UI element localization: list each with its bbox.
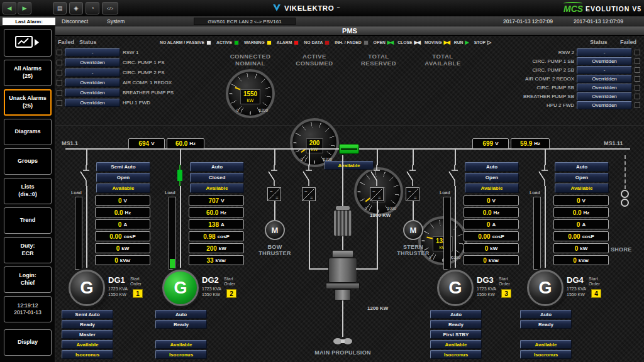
dg2-ready-button[interactable]: Ready [155, 320, 207, 329]
dg1-master-button[interactable]: Master [62, 330, 113, 339]
dg1-breaker-open-icon[interactable] [79, 165, 93, 186]
status-button[interactable]: - [577, 66, 632, 74]
busbar-label-left: MS1.1 [62, 140, 78, 146]
alarm-silence-button[interactable]: ◈ [69, 2, 83, 14]
dg3-availability-button[interactable]: Available [465, 184, 519, 193]
dg4-ready-button[interactable]: Ready [520, 320, 572, 329]
legend-moving-breaker-icon: ▶◀ [443, 40, 448, 45]
menu-disconnect[interactable]: Disconnect [62, 18, 88, 25]
dg1-mode-button[interactable]: Semi Auto [96, 162, 150, 172]
status-row: OverriddenHPU 1 FWD [57, 99, 150, 107]
dg2-mode-button[interactable]: Auto [190, 162, 244, 172]
failed-checkbox[interactable] [635, 67, 640, 73]
dg3-first-stby-button[interactable]: First STBY [430, 330, 482, 339]
dg3-isocronus-button[interactable]: Isocronus [430, 350, 482, 359]
dg1-breaker-button[interactable]: Open [96, 173, 150, 182]
sidebar-item-unack-alarms[interactable]: Unack Alarms(25) [4, 89, 52, 116]
dg4-mode-button[interactable]: Auto [555, 162, 609, 172]
status-button[interactable]: Overridden [577, 75, 632, 83]
dg2-breaker-closed-icon[interactable] [173, 165, 187, 186]
status-button[interactable]: - [577, 48, 632, 57]
dg2-available-button[interactable]: Available [155, 340, 207, 349]
failed-checkbox[interactable] [635, 102, 640, 108]
feeder-drop-line [309, 201, 310, 269]
sidebar-item-duty[interactable]: Duty:ECR [4, 237, 52, 263]
failed-checkbox[interactable] [57, 50, 62, 55]
failed-checkbox[interactable] [57, 70, 62, 75]
dg1-ready-button[interactable]: Ready [62, 320, 113, 329]
menu-system[interactable]: System [107, 18, 125, 25]
status-button[interactable]: Overridden [577, 101, 632, 109]
status-button[interactable]: - [65, 69, 120, 77]
dg3-feeder-line [455, 150, 456, 165]
dg4-breaker-open-icon[interactable] [538, 165, 552, 186]
failed-checkbox[interactable] [635, 50, 640, 55]
forward-button[interactable]: ▶ [18, 2, 31, 14]
sidebar-item-display[interactable]: Display [4, 329, 52, 356]
dg4-generator-symbol[interactable]: G [527, 270, 564, 306]
alarm-display-button[interactable] [4, 29, 52, 57]
bus-voltage-right: 699V [472, 138, 509, 149]
bow-breaker-icon[interactable] [267, 165, 281, 186]
dg3-voltage-readout: 0V [464, 195, 519, 206]
sidebar-item-login[interactable]: Login:Chief [4, 266, 52, 293]
status-button[interactable]: Overridden [577, 57, 632, 65]
status-button[interactable]: Overridden [65, 58, 120, 67]
last-alarm-chip[interactable]: Last Alarm: [3, 18, 55, 25]
status-button[interactable]: Overridden [577, 84, 632, 92]
svg-text:=: = [310, 195, 313, 200]
dg4-available-button[interactable]: Available [520, 340, 572, 349]
sidebar-item-groups[interactable]: Groups [4, 148, 52, 175]
failed-checkbox[interactable] [635, 58, 640, 64]
dg3-breaker-button[interactable]: Open [465, 173, 519, 182]
dg1-generator-symbol[interactable]: G [69, 270, 105, 306]
dg3-available-button[interactable]: Available [430, 340, 482, 349]
bus-tie-breaker-closed[interactable] [339, 144, 359, 154]
sidebar-item-all-alarms[interactable]: All Alarms(25) [4, 60, 52, 86]
dg4-breaker-button[interactable]: Open [555, 173, 609, 182]
status-button[interactable]: Overridden [577, 92, 632, 101]
dg1-mode-status-button[interactable]: Semi Auto [62, 310, 113, 319]
stern-breaker-icon[interactable] [406, 165, 419, 186]
stern-thruster-motor-symbol[interactable]: M [403, 220, 423, 240]
dg1-cosphi-readout: 0.00cosP [95, 231, 150, 241]
failed-checkbox[interactable] [635, 94, 640, 99]
report-button[interactable]: ▤ [53, 2, 67, 14]
bus-tie-status-button[interactable]: Available [325, 161, 374, 170]
dg2-generator-symbol-running[interactable]: G [162, 270, 199, 306]
sidebar-item-lists[interactable]: Lists(dis.:0) [4, 178, 52, 204]
dg3-generator-symbol[interactable]: G [437, 270, 474, 306]
dg4-mode-status-button[interactable]: Auto [520, 310, 572, 319]
code-button[interactable]: </> [102, 2, 118, 14]
dg2-availability-button[interactable]: Available [190, 184, 244, 193]
dg3-breaker-open-icon[interactable] [448, 165, 462, 186]
back-button[interactable]: ◀ [3, 2, 16, 14]
dg1-isocronus-button[interactable]: Isocronus [62, 350, 113, 359]
status-button[interactable]: Overridden [65, 89, 120, 97]
trend-dial-button[interactable]: ◔ [86, 2, 99, 14]
failed-checkbox[interactable] [57, 80, 62, 85]
dg4-availability-button[interactable]: Available [555, 184, 609, 193]
dg1-availability-button[interactable]: Available [96, 184, 150, 193]
failed-checkbox[interactable] [57, 60, 62, 65]
failed-checkbox[interactable] [57, 100, 62, 106]
bow-thruster-motor-symbol[interactable]: M [265, 220, 285, 240]
dg1-available-button[interactable]: Available [62, 340, 113, 349]
dg4-isocronus-button[interactable]: Isocronus [520, 350, 572, 359]
sidebar-item-diagrams[interactable]: Diagrams [4, 119, 52, 145]
failed-checkbox[interactable] [57, 90, 62, 96]
dg2-breaker-button[interactable]: Closed [190, 173, 244, 182]
status-button[interactable]: Overridden [65, 79, 120, 87]
status-button[interactable]: Overridden [65, 99, 120, 107]
failed-checkbox[interactable] [635, 76, 640, 82]
status-button[interactable]: - [65, 48, 120, 57]
dg3-ready-button[interactable]: Ready [430, 320, 482, 329]
dg2-mode-status-button[interactable]: Auto [155, 310, 207, 319]
sidebar-item-trend[interactable]: Trend [4, 207, 52, 234]
feeder-breaker-icon[interactable] [302, 165, 316, 186]
dg2-isocronus-button[interactable]: Isocronus [155, 350, 207, 359]
dg3-mode-button[interactable]: Auto [465, 162, 519, 172]
dg3-mode-status-button[interactable]: Auto [430, 310, 482, 319]
feeder-breaker-icon[interactable] [370, 165, 384, 186]
failed-checkbox[interactable] [635, 85, 640, 90]
